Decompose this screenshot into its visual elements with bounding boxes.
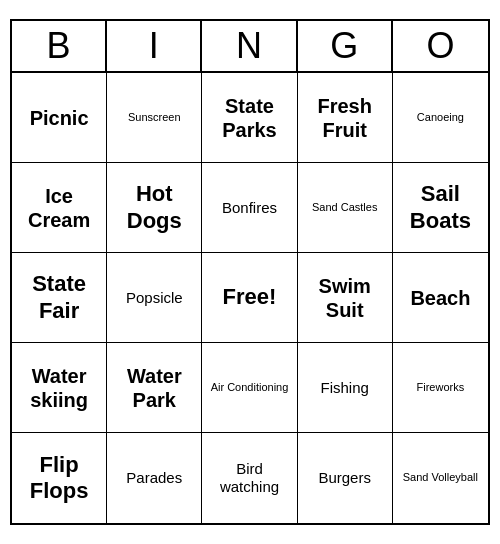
header-b: B [12,21,107,71]
bingo-cell-3: Fresh Fruit [298,73,393,163]
bingo-cell-21: Parades [107,433,202,523]
bingo-cell-text-7: Bonfires [222,199,277,217]
header-o: O [393,21,488,71]
bingo-cell-16: Water Park [107,343,202,433]
header-g: G [298,21,393,71]
bingo-cell-text-6: Hot Dogs [111,181,197,234]
bingo-cell-22: Bird watching [202,433,297,523]
bingo-cell-text-14: Beach [410,286,470,310]
bingo-cell-text-13: Swim Suit [302,274,388,322]
bingo-cell-20: Flip Flops [12,433,107,523]
bingo-cell-4: Canoeing [393,73,488,163]
bingo-cell-text-19: Fireworks [417,381,465,394]
bingo-cell-text-9: Sail Boats [397,181,484,234]
bingo-cell-text-15: Water skiing [16,364,102,412]
bingo-card: B I N G O PicnicSunscreenState ParksFres… [10,19,490,525]
bingo-cell-text-12: Free! [223,284,277,310]
bingo-cell-text-2: State Parks [206,94,292,142]
bingo-cell-text-4: Canoeing [417,111,464,124]
bingo-cell-1: Sunscreen [107,73,202,163]
bingo-cell-text-24: Sand Volleyball [403,471,478,484]
bingo-cell-text-3: Fresh Fruit [302,94,388,142]
bingo-cell-text-23: Burgers [318,469,371,487]
bingo-cell-14: Beach [393,253,488,343]
bingo-grid: PicnicSunscreenState ParksFresh FruitCan… [12,73,488,523]
bingo-cell-text-17: Air Conditioning [211,381,289,394]
bingo-cell-5: Ice Cream [12,163,107,253]
bingo-cell-17: Air Conditioning [202,343,297,433]
bingo-cell-text-20: Flip Flops [16,452,102,505]
bingo-cell-8: Sand Castles [298,163,393,253]
bingo-cell-text-22: Bird watching [206,460,292,496]
bingo-cell-text-11: Popsicle [126,289,183,307]
bingo-cell-15: Water skiing [12,343,107,433]
bingo-cell-text-5: Ice Cream [16,184,102,232]
bingo-cell-13: Swim Suit [298,253,393,343]
bingo-cell-text-10: State Fair [16,271,102,324]
header-i: I [107,21,202,71]
bingo-cell-23: Burgers [298,433,393,523]
bingo-cell-6: Hot Dogs [107,163,202,253]
bingo-cell-text-18: Fishing [321,379,369,397]
header-n: N [202,21,297,71]
bingo-cell-11: Popsicle [107,253,202,343]
bingo-cell-0: Picnic [12,73,107,163]
bingo-cell-2: State Parks [202,73,297,163]
bingo-cell-text-21: Parades [126,469,182,487]
bingo-cell-text-1: Sunscreen [128,111,181,124]
bingo-header: B I N G O [12,21,488,73]
bingo-cell-9: Sail Boats [393,163,488,253]
bingo-cell-18: Fishing [298,343,393,433]
bingo-cell-text-8: Sand Castles [312,201,377,214]
bingo-cell-10: State Fair [12,253,107,343]
bingo-cell-7: Bonfires [202,163,297,253]
bingo-cell-text-16: Water Park [111,364,197,412]
bingo-cell-24: Sand Volleyball [393,433,488,523]
bingo-cell-19: Fireworks [393,343,488,433]
bingo-cell-12: Free! [202,253,297,343]
bingo-cell-text-0: Picnic [30,106,89,130]
